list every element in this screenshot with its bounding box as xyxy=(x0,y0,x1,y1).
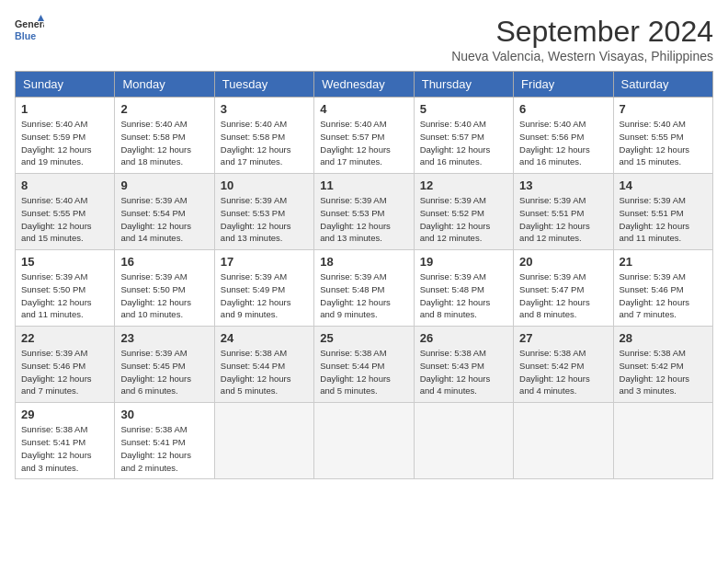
calendar-day: 7Sunrise: 5:40 AM Sunset: 5:55 PM Daylig… xyxy=(613,98,712,174)
calendar-day xyxy=(314,403,414,479)
calendar-day: 3Sunrise: 5:40 AM Sunset: 5:58 PM Daylig… xyxy=(214,98,313,174)
day-header-sunday: Sunday xyxy=(16,72,115,98)
day-number: 11 xyxy=(320,178,407,192)
day-info: Sunrise: 5:39 AM Sunset: 5:49 PM Dayligh… xyxy=(221,270,308,321)
calendar-day: 19Sunrise: 5:39 AM Sunset: 5:48 PM Dayli… xyxy=(414,250,513,327)
day-number: 21 xyxy=(620,255,707,269)
logo-icon: General Blue xyxy=(15,15,44,44)
calendar-day: 24Sunrise: 5:38 AM Sunset: 5:44 PM Dayli… xyxy=(214,327,313,403)
calendar-day: 12Sunrise: 5:39 AM Sunset: 5:52 PM Dayli… xyxy=(414,174,513,250)
day-number: 4 xyxy=(320,102,407,116)
day-number: 22 xyxy=(21,331,108,345)
day-number: 23 xyxy=(120,331,208,345)
day-header-monday: Monday xyxy=(115,72,214,98)
day-info: Sunrise: 5:38 AM Sunset: 5:42 PM Dayligh… xyxy=(620,347,707,397)
day-number: 13 xyxy=(519,178,607,192)
day-info: Sunrise: 5:40 AM Sunset: 5:55 PM Dayligh… xyxy=(620,118,707,168)
day-info: Sunrise: 5:39 AM Sunset: 5:53 PM Dayligh… xyxy=(320,194,407,245)
calendar-day: 25Sunrise: 5:38 AM Sunset: 5:44 PM Dayli… xyxy=(314,327,414,403)
day-number: 8 xyxy=(21,178,108,192)
logo: General Blue xyxy=(15,15,44,44)
day-info: Sunrise: 5:39 AM Sunset: 5:54 PM Dayligh… xyxy=(120,194,208,245)
calendar-day xyxy=(214,403,313,479)
calendar-day xyxy=(414,403,513,479)
day-info: Sunrise: 5:38 AM Sunset: 5:43 PM Dayligh… xyxy=(420,347,507,397)
day-number: 2 xyxy=(120,102,208,116)
week-row: 15Sunrise: 5:39 AM Sunset: 5:50 PM Dayli… xyxy=(16,250,713,327)
calendar-day: 27Sunrise: 5:38 AM Sunset: 5:42 PM Dayli… xyxy=(514,327,613,403)
day-info: Sunrise: 5:40 AM Sunset: 5:56 PM Dayligh… xyxy=(519,118,607,168)
day-number: 15 xyxy=(21,255,108,269)
calendar-day: 6Sunrise: 5:40 AM Sunset: 5:56 PM Daylig… xyxy=(514,98,613,174)
week-row: 8Sunrise: 5:40 AM Sunset: 5:55 PM Daylig… xyxy=(16,174,713,250)
day-number: 9 xyxy=(120,178,208,192)
day-number: 24 xyxy=(221,331,308,345)
calendar-day: 21Sunrise: 5:39 AM Sunset: 5:46 PM Dayli… xyxy=(613,250,712,327)
calendar-day: 4Sunrise: 5:40 AM Sunset: 5:57 PM Daylig… xyxy=(314,98,414,174)
day-info: Sunrise: 5:40 AM Sunset: 5:57 PM Dayligh… xyxy=(320,118,407,168)
day-number: 27 xyxy=(519,331,607,345)
day-info: Sunrise: 5:39 AM Sunset: 5:46 PM Dayligh… xyxy=(620,270,707,321)
calendar-day: 2Sunrise: 5:40 AM Sunset: 5:58 PM Daylig… xyxy=(115,98,214,174)
header-row: SundayMondayTuesdayWednesdayThursdayFrid… xyxy=(16,72,713,98)
calendar-day: 16Sunrise: 5:39 AM Sunset: 5:50 PM Dayli… xyxy=(115,250,214,327)
day-number: 30 xyxy=(120,408,208,421)
day-header-tuesday: Tuesday xyxy=(214,72,313,98)
calendar-day: 26Sunrise: 5:38 AM Sunset: 5:43 PM Dayli… xyxy=(414,327,513,403)
day-info: Sunrise: 5:40 AM Sunset: 5:57 PM Dayligh… xyxy=(420,118,507,168)
day-number: 18 xyxy=(320,255,407,269)
day-number: 17 xyxy=(221,255,308,269)
day-number: 29 xyxy=(21,408,108,421)
calendar-day xyxy=(514,403,613,479)
calendar-day: 23Sunrise: 5:39 AM Sunset: 5:45 PM Dayli… xyxy=(115,327,214,403)
day-info: Sunrise: 5:39 AM Sunset: 5:53 PM Dayligh… xyxy=(221,194,308,245)
day-header-friday: Friday xyxy=(514,72,613,98)
title-area: September 2024 Nueva Valencia, Western V… xyxy=(451,15,713,63)
day-number: 16 xyxy=(120,255,208,269)
calendar-day: 13Sunrise: 5:39 AM Sunset: 5:51 PM Dayli… xyxy=(514,174,613,250)
day-info: Sunrise: 5:39 AM Sunset: 5:51 PM Dayligh… xyxy=(519,194,607,245)
day-info: Sunrise: 5:39 AM Sunset: 5:47 PM Dayligh… xyxy=(519,270,607,321)
calendar-day xyxy=(613,403,712,479)
day-number: 5 xyxy=(420,102,507,116)
day-number: 26 xyxy=(420,331,507,345)
month-title: September 2024 xyxy=(451,15,713,49)
day-info: Sunrise: 5:39 AM Sunset: 5:50 PM Dayligh… xyxy=(21,270,108,321)
day-info: Sunrise: 5:39 AM Sunset: 5:51 PM Dayligh… xyxy=(620,194,707,245)
calendar-day: 14Sunrise: 5:39 AM Sunset: 5:51 PM Dayli… xyxy=(613,174,712,250)
calendar-day: 30Sunrise: 5:38 AM Sunset: 5:41 PM Dayli… xyxy=(115,403,214,479)
day-info: Sunrise: 5:39 AM Sunset: 5:46 PM Dayligh… xyxy=(21,347,108,397)
day-number: 12 xyxy=(420,178,507,192)
header: General Blue September 2024 Nueva Valenc… xyxy=(15,15,713,63)
day-info: Sunrise: 5:40 AM Sunset: 5:59 PM Dayligh… xyxy=(21,118,108,168)
day-header-saturday: Saturday xyxy=(613,72,712,98)
calendar-day: 22Sunrise: 5:39 AM Sunset: 5:46 PM Dayli… xyxy=(16,327,115,403)
calendar-day: 10Sunrise: 5:39 AM Sunset: 5:53 PM Dayli… xyxy=(214,174,313,250)
day-info: Sunrise: 5:39 AM Sunset: 5:48 PM Dayligh… xyxy=(320,270,407,321)
day-header-thursday: Thursday xyxy=(414,72,513,98)
calendar-day: 9Sunrise: 5:39 AM Sunset: 5:54 PM Daylig… xyxy=(115,174,214,250)
day-info: Sunrise: 5:39 AM Sunset: 5:45 PM Dayligh… xyxy=(120,347,208,397)
day-number: 6 xyxy=(519,102,607,116)
day-header-wednesday: Wednesday xyxy=(314,72,414,98)
day-info: Sunrise: 5:40 AM Sunset: 5:55 PM Dayligh… xyxy=(21,194,108,245)
calendar-day: 18Sunrise: 5:39 AM Sunset: 5:48 PM Dayli… xyxy=(314,250,414,327)
day-number: 19 xyxy=(420,255,507,269)
week-row: 29Sunrise: 5:38 AM Sunset: 5:41 PM Dayli… xyxy=(16,403,713,479)
day-number: 7 xyxy=(620,102,707,116)
calendar-day: 17Sunrise: 5:39 AM Sunset: 5:49 PM Dayli… xyxy=(214,250,313,327)
day-info: Sunrise: 5:38 AM Sunset: 5:41 PM Dayligh… xyxy=(120,423,208,474)
calendar: SundayMondayTuesdayWednesdayThursdayFrid… xyxy=(15,71,713,479)
day-info: Sunrise: 5:38 AM Sunset: 5:44 PM Dayligh… xyxy=(221,347,308,397)
day-number: 3 xyxy=(221,102,308,116)
day-number: 1 xyxy=(21,102,108,116)
day-number: 28 xyxy=(620,331,707,345)
calendar-day: 8Sunrise: 5:40 AM Sunset: 5:55 PM Daylig… xyxy=(16,174,115,250)
svg-text:Blue: Blue xyxy=(15,30,36,41)
week-row: 1Sunrise: 5:40 AM Sunset: 5:59 PM Daylig… xyxy=(16,98,713,174)
day-number: 10 xyxy=(221,178,308,192)
day-info: Sunrise: 5:38 AM Sunset: 5:41 PM Dayligh… xyxy=(21,423,108,474)
day-info: Sunrise: 5:39 AM Sunset: 5:48 PM Dayligh… xyxy=(420,270,507,321)
day-info: Sunrise: 5:39 AM Sunset: 5:50 PM Dayligh… xyxy=(120,270,208,321)
day-number: 20 xyxy=(519,255,607,269)
